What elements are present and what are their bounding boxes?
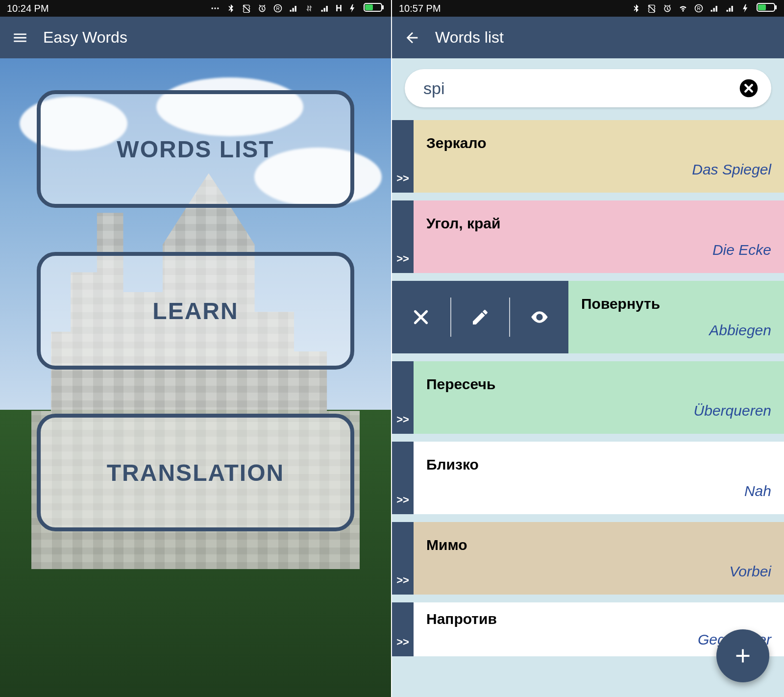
word-translation: Das Spiegel: [426, 161, 771, 178]
alarm-icon: [257, 3, 267, 13]
more-icon: [210, 3, 220, 13]
svg-rect-16: [758, 4, 766, 10]
svg-text:R: R: [697, 6, 700, 11]
word-source: Мимо: [426, 537, 771, 553]
list-item[interactable]: >> Зеркало Das Spiegel: [392, 120, 784, 193]
charging-icon: [348, 3, 358, 13]
app-title: Words list: [435, 28, 504, 47]
list-item[interactable]: >> Близко Nah: [392, 442, 784, 514]
svg-point-1: [214, 7, 216, 9]
svg-point-0: [212, 7, 213, 9]
back-icon[interactable]: [404, 29, 420, 46]
status-bar: 10:57 PM R: [392, 0, 784, 17]
home-body: WORDS LIST LEARN TRANSLATION: [0, 58, 391, 697]
list-item[interactable]: >> Угол, край Die Ecke: [392, 200, 784, 273]
swipe-actions: [392, 281, 568, 353]
word-source: Повернуть: [581, 296, 771, 312]
words-list-button[interactable]: WORDS LIST: [37, 90, 354, 208]
clear-search-icon[interactable]: [739, 78, 759, 98]
translation-button[interactable]: TRANSLATION: [37, 414, 354, 531]
registered-icon: R: [694, 3, 704, 13]
charging-icon: [741, 3, 751, 13]
bluetooth-icon: [226, 3, 236, 13]
network-type: H: [336, 3, 342, 14]
learn-label: LEARN: [152, 298, 238, 324]
list-item[interactable]: >> Мимо Vorbei: [392, 522, 784, 595]
signal-1-icon: [710, 3, 719, 13]
app-title: Easy Words: [43, 28, 127, 47]
status-time: 10:24 PM: [7, 3, 49, 14]
status-time: 10:57 PM: [399, 3, 441, 14]
add-word-button[interactable]: [716, 629, 769, 682]
word-source: Напротив: [426, 611, 771, 627]
svg-line-10: [648, 5, 655, 11]
svg-rect-8: [382, 5, 384, 9]
drag-handle[interactable]: >>: [392, 602, 414, 656]
word-source: Пересечь: [426, 376, 771, 393]
svg-text:R: R: [276, 6, 279, 11]
svg-line-3: [243, 5, 249, 11]
search-field[interactable]: [405, 69, 771, 107]
battery-icon: [364, 2, 384, 15]
word-list[interactable]: >> Зеркало Das Spiegel >> Угол, край Die…: [392, 120, 784, 697]
data-icon: [304, 3, 314, 13]
word-translation: Überqueren: [426, 402, 771, 419]
vibrate-icon: [647, 3, 657, 13]
words-list-label: WORDS LIST: [117, 136, 274, 163]
svg-point-18: [538, 316, 541, 319]
learn-button[interactable]: LEARN: [37, 252, 354, 370]
word-translation: Abbiegen: [581, 322, 771, 339]
wifi-icon: [678, 3, 688, 13]
menu-icon[interactable]: [12, 29, 28, 46]
svg-rect-15: [775, 5, 777, 9]
signal-2-icon: [320, 3, 330, 13]
drag-handle[interactable]: >>: [392, 200, 414, 273]
status-bar: 10:24 PM R H: [0, 0, 391, 17]
app-bar: Easy Words: [0, 17, 391, 58]
alarm-icon: [662, 3, 672, 13]
word-translation: Vorbei: [426, 563, 771, 580]
status-icons: R: [631, 2, 777, 15]
word-source: Угол, край: [426, 215, 771, 232]
app-bar: Words list: [392, 17, 784, 58]
battery-icon: [757, 2, 777, 15]
visibility-action[interactable]: [510, 298, 568, 337]
signal-1-icon: [289, 3, 298, 13]
word-translation: Nah: [426, 483, 771, 499]
svg-rect-9: [365, 4, 373, 10]
list-item-swiped[interactable]: Повернуть Abbiegen: [392, 281, 784, 353]
status-icons: R H: [210, 2, 384, 15]
bluetooth-icon: [631, 3, 641, 13]
word-source: Зеркало: [426, 135, 771, 151]
list-body: >> Зеркало Das Spiegel >> Угол, край Die…: [392, 58, 784, 697]
drag-handle[interactable]: >>: [392, 522, 414, 595]
drag-handle[interactable]: >>: [392, 442, 414, 514]
translation-label: TRANSLATION: [107, 459, 284, 486]
svg-point-2: [217, 7, 219, 9]
drag-handle[interactable]: >>: [392, 120, 414, 193]
edit-action[interactable]: [451, 298, 511, 337]
drag-handle[interactable]: >>: [392, 361, 414, 434]
word-source: Близко: [426, 456, 771, 473]
home-screen: 10:24 PM R H Easy Words: [0, 0, 392, 697]
list-item[interactable]: >> Пересечь Überqueren: [392, 361, 784, 434]
words-list-screen: 10:57 PM R Words list: [392, 0, 784, 697]
word-translation: Die Ecke: [426, 242, 771, 258]
vibrate-icon: [242, 3, 251, 13]
search-input[interactable]: [423, 79, 739, 98]
registered-icon: R: [273, 3, 283, 13]
signal-2-icon: [725, 3, 735, 13]
delete-action[interactable]: [392, 298, 451, 337]
